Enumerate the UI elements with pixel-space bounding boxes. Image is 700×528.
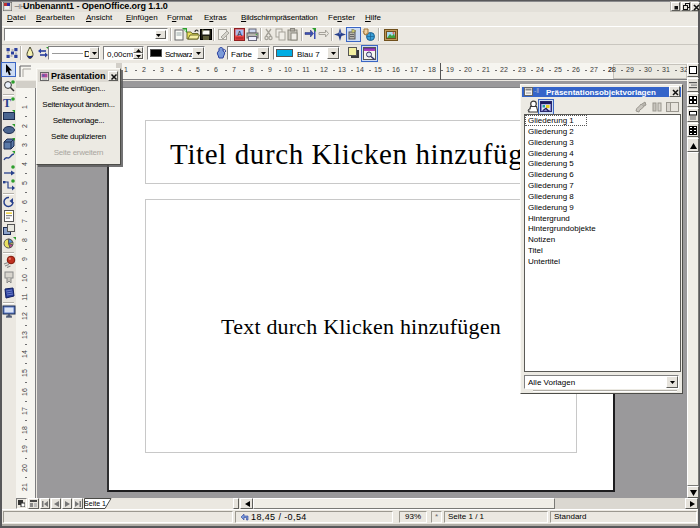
svg-text:Seite 1: Seite 1: [84, 500, 106, 507]
svg-text:A: A: [237, 30, 242, 37]
